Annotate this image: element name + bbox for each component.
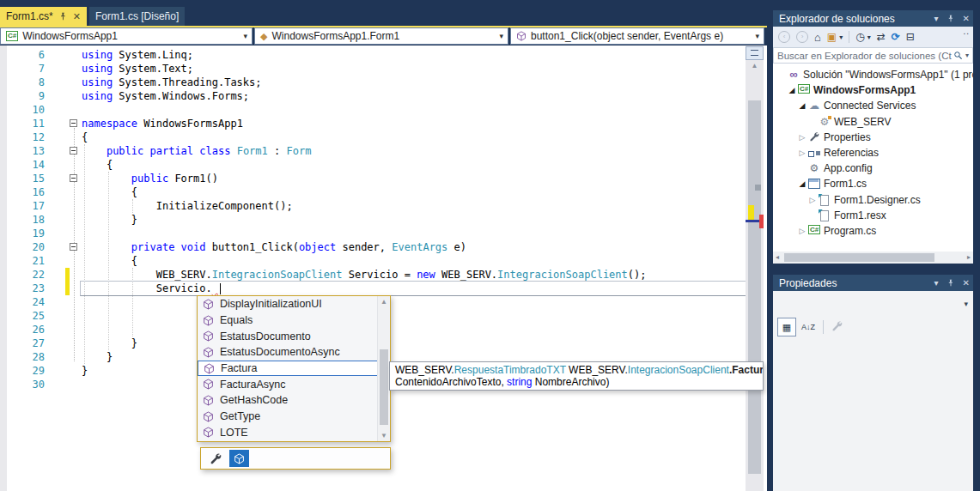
editor-vertical-scrollbar[interactable]: ▲ (746, 45, 764, 491)
code-line[interactable]: 11namespace WindowsFormsApp1 (0, 117, 746, 130)
code-line[interactable]: 19 (0, 227, 746, 240)
line-number: 15 (0, 172, 45, 185)
scrollbar-thumb[interactable] (380, 349, 388, 425)
collapse-all-icon[interactable]: ⊟ (906, 31, 915, 43)
intellisense-item[interactable]: DisplayInitializationUI (198, 296, 390, 312)
pin-icon[interactable] (58, 12, 68, 21)
intellisense-item[interactable]: Equals (198, 312, 390, 329)
scroll-up-icon[interactable]: ▲ (746, 62, 764, 70)
code-line[interactable]: 16 { (0, 185, 746, 199)
code-line[interactable]: 14 { (0, 158, 746, 172)
intellisense-item[interactable]: EstatusDocumentoAsync (198, 344, 390, 361)
tree-item[interactable]: ◢ C# WindowsFormsApp1 (773, 82, 973, 98)
split-window-handle[interactable] (746, 46, 764, 60)
tree-item[interactable]: ▷ C# Program.cs (773, 223, 973, 239)
chevron-down-icon[interactable]: ▾ (965, 52, 969, 59)
code-line[interactable]: 7using System.Text; (0, 62, 746, 76)
expander-icon[interactable]: ◢ (797, 101, 807, 110)
code-line[interactable]: 23 Servicio. (0, 282, 746, 295)
back-icon[interactable]: ‹ (778, 31, 790, 43)
code-line[interactable]: 15 public Form1() (0, 172, 746, 185)
code-text: namespace WindowsFormsApp1 (82, 117, 243, 130)
expander-icon[interactable]: ▷ (797, 149, 807, 157)
chevron-down-icon[interactable]: ▾ (934, 14, 939, 23)
scroll-down-icon[interactable]: ▼ (378, 432, 390, 439)
pin-icon[interactable] (947, 279, 955, 288)
fold-collapse-box[interactable] (70, 174, 77, 182)
code-line[interactable]: 12{ (0, 130, 746, 144)
code-line[interactable]: 22 WEB_SERV.IntegracionSoapClient Servic… (0, 268, 746, 282)
chevron-down-icon[interactable]: ▾ (839, 33, 843, 41)
pending-changes-filter-icon[interactable]: ◷ (855, 31, 864, 43)
pin-icon[interactable] (947, 15, 955, 23)
close-icon[interactable]: ✕ (963, 278, 970, 288)
scroll-right-icon[interactable]: ▸ (967, 252, 971, 264)
expander-icon[interactable]: ◢ (787, 86, 797, 94)
fold-collapse-box[interactable] (70, 119, 77, 127)
chevron-down-icon[interactable]: ▾ (867, 33, 871, 41)
intellisense-item[interactable]: GetHashCode (198, 392, 390, 409)
tree-item[interactable]: ◢ ☁ Connected Services (773, 98, 973, 113)
intellisense-item[interactable]: EstatusDocumento (198, 328, 390, 344)
toolbar-overflow[interactable]: .. (963, 27, 970, 36)
forward-icon[interactable]: › (796, 31, 808, 43)
methods-filter-button[interactable] (229, 450, 249, 467)
fold-collapse-box[interactable] (70, 243, 77, 251)
tree-item[interactable]: Form1.resx (773, 208, 973, 223)
close-icon[interactable]: ✕ (963, 14, 970, 23)
expander-icon[interactable]: ▷ (807, 196, 818, 204)
code-line[interactable]: 13 public partial class Form1 : Form (0, 144, 746, 158)
close-icon[interactable]: ✕ (73, 7, 81, 26)
property-pages-wrench-icon[interactable] (831, 320, 843, 334)
designer-icon (818, 194, 831, 206)
horizontal-scrollbar[interactable]: ◂ ▸ (773, 252, 973, 264)
tab-form1-cs-design[interactable]: Form1.cs [Diseño] (89, 7, 185, 26)
object-selector-combobox[interactable]: ▾ (773, 296, 973, 312)
intellisense-item[interactable]: LOTE (198, 425, 390, 441)
solution-explorer-search[interactable]: Buscar en Explorador de soluciones (Ct ▾ (773, 47, 973, 64)
scroll-up-icon[interactable]: ▲ (378, 298, 390, 306)
tree-item[interactable]: ▷ Referencias (773, 145, 973, 161)
refresh-icon[interactable]: ⟳ (892, 31, 900, 43)
intellisense-item[interactable]: FacturaAsync (198, 376, 390, 392)
home-icon[interactable]: ⌂ (814, 31, 821, 44)
switch-views-icon[interactable]: ▣ (827, 31, 837, 43)
expander-icon[interactable]: ▷ (797, 133, 807, 142)
code-line[interactable]: 6using System.Linq; (0, 48, 746, 62)
categorized-icon[interactable]: ▦ (777, 318, 796, 336)
sync-with-active-document-icon[interactable]: ⇄ (877, 31, 886, 43)
code-line[interactable]: 18 } (0, 213, 746, 227)
intellisense-item[interactable]: Factura (198, 361, 390, 377)
code-text: } (82, 336, 137, 350)
tree-item[interactable]: ▷ Properties (773, 130, 973, 145)
code-line[interactable]: 10 (0, 103, 746, 117)
tab-form1-cs[interactable]: Form1.cs* ✕ (0, 7, 87, 26)
expander-icon[interactable]: ◢ (797, 179, 807, 188)
code-line[interactable]: 8using System.Threading.Tasks; (0, 76, 746, 89)
code-line[interactable]: 21 { (0, 254, 746, 268)
code-text: { (82, 158, 113, 172)
line-number: 27 (0, 336, 45, 350)
scroll-left-icon[interactable]: ◂ (776, 252, 779, 264)
type-dropdown[interactable]: ◆ WindowsFormsApp1.Form1 ▾ (254, 27, 508, 45)
code-line[interactable]: 9using System.Windows.Forms; (0, 89, 746, 103)
scrollbar-thumb[interactable] (784, 253, 934, 262)
tree-item[interactable]: ▷ Form1.Designer.cs (773, 192, 973, 208)
scrollbar-thumb[interactable] (748, 100, 761, 474)
chevron-down-icon[interactable]: ▾ (934, 278, 939, 288)
fold-collapse-box[interactable] (70, 147, 77, 155)
tree-item[interactable]: ◢ Form1.cs (773, 176, 973, 191)
member-dropdown[interactable]: button1_Click(object sender, EventArgs e… (510, 27, 764, 45)
intellisense-item[interactable]: GetType (198, 409, 390, 425)
project-dropdown[interactable]: C# WindowsFormsApp1 ▾ (0, 27, 253, 45)
tree-item-label: App.config (824, 162, 873, 174)
alphabetical-sort-icon[interactable]: A↓Z (801, 323, 815, 331)
code-line[interactable]: 20 private void button1_Click(object sen… (0, 240, 746, 254)
code-line[interactable]: 17 InitializeComponent(); (0, 199, 746, 213)
tree-item[interactable]: ⚙ WEB_SERV (773, 114, 973, 130)
wrench-filter-icon[interactable] (210, 452, 222, 464)
expander-icon[interactable]: ▷ (797, 227, 807, 235)
intellisense-scrollbar[interactable]: ▲ ▼ (377, 296, 390, 441)
tree-item[interactable]: ⚙ App.config (773, 161, 973, 176)
tree-item[interactable]: ∞ Solución "WindowsFormsApp1" (1 proy (773, 67, 973, 82)
